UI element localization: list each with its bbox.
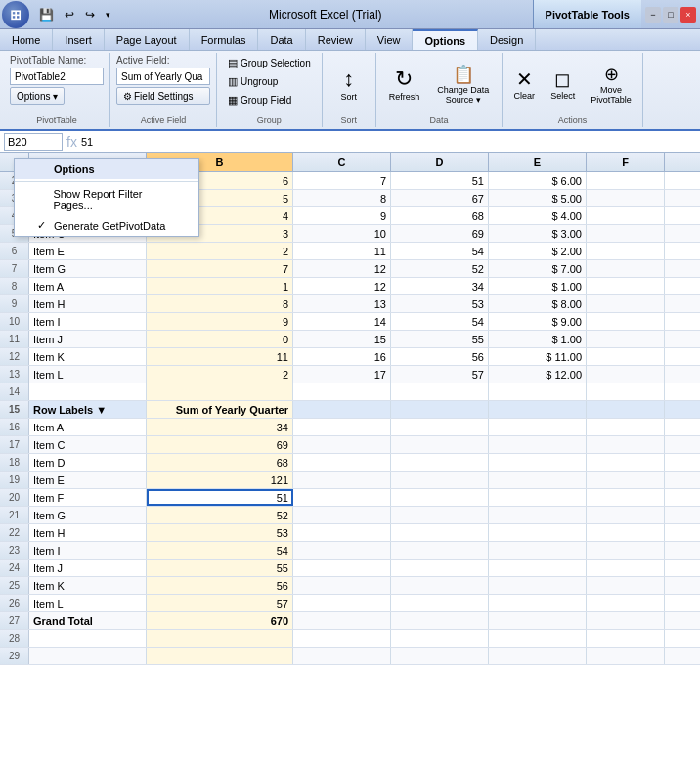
cell-f9[interactable] xyxy=(587,295,665,312)
cell-e21[interactable] xyxy=(489,507,587,523)
cell-b15[interactable]: Sum of Yearly Quarter xyxy=(147,401,293,418)
cell-c13[interactable]: 17 xyxy=(293,366,391,383)
cell-d8[interactable]: 34 xyxy=(391,278,489,294)
cell-b20[interactable]: 51 xyxy=(147,489,293,506)
cell-b25[interactable]: 56 xyxy=(147,577,293,594)
cell-a12[interactable]: Item K xyxy=(29,348,147,365)
tab-design[interactable]: Design xyxy=(478,29,536,50)
cell-b16[interactable]: 34 xyxy=(147,419,293,435)
cell-e3[interactable]: $ 5.00 xyxy=(489,190,587,206)
cell-b21[interactable]: 52 xyxy=(147,507,293,523)
cell-d27[interactable] xyxy=(391,612,489,629)
cell-e19[interactable] xyxy=(489,472,587,488)
cell-a29[interactable] xyxy=(29,648,147,664)
cell-f27[interactable] xyxy=(587,612,665,629)
tab-insert[interactable]: Insert xyxy=(53,29,105,50)
name-box[interactable] xyxy=(4,133,63,151)
cell-e28[interactable] xyxy=(489,630,587,647)
group-selection-btn[interactable]: ▤ Group Selection xyxy=(223,55,316,71)
cell-e8[interactable]: $ 1.00 xyxy=(489,278,587,294)
pt-name-input[interactable] xyxy=(10,68,104,85)
cell-a22[interactable]: Item H xyxy=(29,524,147,541)
cell-c8[interactable]: 12 xyxy=(293,278,391,294)
cell-b24[interactable]: 55 xyxy=(147,560,293,576)
options-dropdown-btn[interactable]: Options ▾ xyxy=(10,87,65,105)
cell-e12[interactable]: $ 11.00 xyxy=(489,348,587,365)
cell-c18[interactable] xyxy=(293,454,391,471)
cell-b27[interactable]: 670 xyxy=(147,612,293,629)
cell-d14[interactable] xyxy=(391,383,489,400)
cell-b22[interactable]: 53 xyxy=(147,524,293,541)
cell-b18[interactable]: 68 xyxy=(147,454,293,471)
cell-f18[interactable] xyxy=(587,454,665,471)
cell-d15[interactable] xyxy=(391,401,489,418)
dropdown-item-report-filter[interactable]: Show Report Filter Pages... xyxy=(15,184,198,215)
cell-d29[interactable] xyxy=(391,648,489,664)
close-button[interactable]: × xyxy=(680,7,696,23)
cell-e24[interactable] xyxy=(489,560,587,576)
cell-e15[interactable] xyxy=(489,401,587,418)
cell-d12[interactable]: 56 xyxy=(391,348,489,365)
cell-d3[interactable]: 67 xyxy=(391,190,489,206)
cell-e4[interactable]: $ 4.00 xyxy=(489,207,587,224)
cell-e29[interactable] xyxy=(489,648,587,664)
clear-btn[interactable]: ✕ Clear xyxy=(506,55,542,113)
cell-e17[interactable] xyxy=(489,436,587,453)
cell-f22[interactable] xyxy=(587,524,665,541)
ungroup-btn[interactable]: ▥ Ungroup xyxy=(223,73,316,90)
cell-d26[interactable] xyxy=(391,595,489,611)
cell-a9[interactable]: Item H xyxy=(29,295,147,312)
cell-a21[interactable]: Item G xyxy=(29,507,147,523)
cell-b7[interactable]: 7 xyxy=(147,260,293,277)
cell-f26[interactable] xyxy=(587,595,665,611)
cell-c3[interactable]: 8 xyxy=(293,190,391,206)
minimize-button[interactable]: − xyxy=(645,7,661,23)
refresh-btn[interactable]: ↻ Refresh xyxy=(382,55,427,113)
cell-f11[interactable] xyxy=(587,331,665,347)
tab-page-layout[interactable]: Page Layout xyxy=(105,29,190,50)
move-pivottable-btn[interactable]: ⊕ MovePivotTable xyxy=(584,55,638,113)
cell-f15[interactable] xyxy=(587,401,665,418)
cell-f14[interactable] xyxy=(587,383,665,400)
cell-e6[interactable]: $ 2.00 xyxy=(489,243,587,259)
col-header-d[interactable]: D xyxy=(391,153,489,171)
cell-c16[interactable] xyxy=(293,419,391,435)
cell-e13[interactable]: $ 12.00 xyxy=(489,366,587,383)
cell-e27[interactable] xyxy=(489,612,587,629)
cell-a8[interactable]: Item A xyxy=(29,278,147,294)
cell-a6[interactable]: Item E xyxy=(29,243,147,259)
cell-d18[interactable] xyxy=(391,454,489,471)
tab-view[interactable]: View xyxy=(366,29,414,50)
cell-a26[interactable]: Item L xyxy=(29,595,147,611)
cell-c14[interactable] xyxy=(293,383,391,400)
cell-d20[interactable] xyxy=(391,489,489,506)
cell-d10[interactable]: 54 xyxy=(391,313,489,330)
cell-a20[interactable]: Item F xyxy=(29,489,147,506)
col-header-e[interactable]: E xyxy=(489,153,587,171)
cell-a13[interactable]: Item L xyxy=(29,366,147,383)
cell-f4[interactable] xyxy=(587,207,665,224)
cell-c28[interactable] xyxy=(293,630,391,647)
cell-e5[interactable]: $ 3.00 xyxy=(489,225,587,242)
cell-b6[interactable]: 2 xyxy=(147,243,293,259)
cell-a24[interactable]: Item J xyxy=(29,560,147,576)
dropdown-item-options[interactable]: Options xyxy=(15,159,198,179)
cell-e14[interactable] xyxy=(489,383,587,400)
cell-f3[interactable] xyxy=(587,190,665,206)
cell-e22[interactable] xyxy=(489,524,587,541)
cell-a15[interactable]: Row Labels ▼ xyxy=(29,401,147,418)
cell-a28[interactable] xyxy=(29,630,147,647)
formula-input[interactable] xyxy=(81,136,696,148)
cell-f2[interactable] xyxy=(587,172,665,189)
cell-c12[interactable]: 16 xyxy=(293,348,391,365)
cell-c9[interactable]: 13 xyxy=(293,295,391,312)
cell-c27[interactable] xyxy=(293,612,391,629)
cell-b23[interactable]: 54 xyxy=(147,542,293,559)
cell-d13[interactable]: 57 xyxy=(391,366,489,383)
cell-d7[interactable]: 52 xyxy=(391,260,489,277)
cell-a11[interactable]: Item J xyxy=(29,331,147,347)
active-field-input[interactable] xyxy=(116,68,210,85)
cell-d11[interactable]: 55 xyxy=(391,331,489,347)
field-settings-btn[interactable]: ⚙ Field Settings xyxy=(116,87,210,105)
tab-home[interactable]: Home xyxy=(0,29,53,50)
